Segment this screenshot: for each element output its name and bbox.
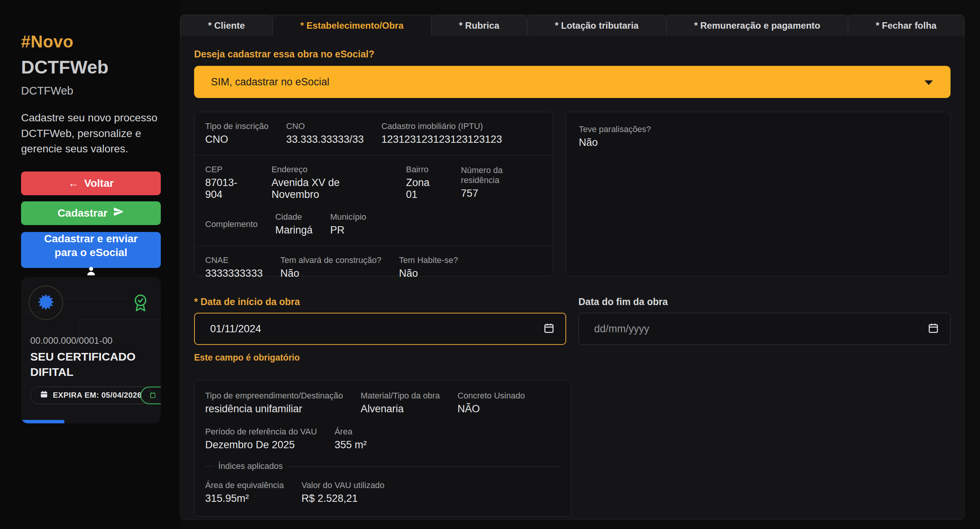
certificate-cnpj: 00.000.000/0001-00 xyxy=(30,335,113,346)
field-concreto: Concreto Usinado NÃO xyxy=(457,391,525,415)
calendar-icon[interactable] xyxy=(928,322,939,335)
cnae-section: CNAE 3333333333 Tem alvará de construção… xyxy=(194,246,553,289)
tab-bar: * Cliente * Estabelecimento/Obra * Rubri… xyxy=(180,15,964,36)
field-valor-vau: Valor do VAU utilizado R$ 2.528,21 xyxy=(301,480,384,505)
chevron-down-icon xyxy=(924,80,933,85)
certificate-ribbon-icon xyxy=(131,293,150,317)
calendar-icon[interactable] xyxy=(543,322,555,335)
inscription-section: Tipo de inscrição CNO CNO 33.333.33333/3… xyxy=(194,112,553,155)
start-date-column: * Data de início da obra Este c xyxy=(194,296,566,363)
field-endereco: Endereço Avenida XV de Novembro xyxy=(271,165,388,201)
tab-content: Deseja cadastrar essa obra no eSocial? S… xyxy=(180,36,964,517)
app-root: #Novo DCTFWeb DCTFWeb Cadastre seu novo … xyxy=(0,0,980,529)
end-date-input[interactable] xyxy=(578,313,951,345)
end-date-box xyxy=(578,313,951,345)
back-arrow-icon: ← xyxy=(68,177,79,189)
info-panels-row: Tipo de inscrição CNO CNO 33.333.33333/3… xyxy=(194,112,951,276)
start-date-input[interactable] xyxy=(194,313,566,345)
esocial-question-label: Deseja cadastrar essa obra no eSocial? xyxy=(194,49,951,60)
vau-panel: Tipo de empreendimento/Destinação residê… xyxy=(194,380,571,517)
send-icon xyxy=(113,206,124,220)
page-title: DCTFWeb xyxy=(21,57,161,78)
field-iptu: Cadastro imobiliário (IPTU) 123123123123… xyxy=(381,121,502,146)
field-periodo-vau: Período de referência do VAU Dezembro De… xyxy=(205,427,317,451)
end-date-column: Data do fim da obra xyxy=(578,296,951,363)
certificate-seal-ring xyxy=(29,286,63,320)
field-cep: CEP 87013-904 xyxy=(205,165,254,201)
field-material: Material/Tipo da obra Alvenaria xyxy=(361,391,440,415)
start-date-label: * Data de início da obra xyxy=(194,296,566,307)
certificate-progress-bar xyxy=(21,420,64,423)
tab-fechar-folha[interactable]: * Fechar folha xyxy=(848,15,964,36)
certificate-card: 00.000.000/0001-00 SEU CERTIFICADO DIFIT… xyxy=(21,277,161,423)
field-paralisacoes: Teve paralisações? Não xyxy=(579,124,937,149)
register-button-label: Cadastrar xyxy=(57,207,108,219)
register-esocial-label: Cadastrar e enviar para o eSocial xyxy=(33,232,149,260)
esocial-select-value: SIM, cadastrar no eSocial xyxy=(211,76,329,88)
brand-badge: #Novo xyxy=(21,32,161,51)
field-tipo-inscricao: Tipo de inscrição CNO xyxy=(205,121,268,146)
certificate-seal-icon xyxy=(37,293,55,312)
end-date-label: Data do fim da obra xyxy=(578,296,951,307)
legend-line xyxy=(287,466,560,467)
field-numero: Número da residência 757 xyxy=(461,165,542,201)
esocial-select[interactable]: SIM, cadastrar no eSocial xyxy=(194,66,951,98)
field-complemento: Complemento xyxy=(205,212,258,237)
field-cidade: Cidade Maringá xyxy=(275,212,313,237)
main-card: * Cliente * Estabelecimento/Obra * Rubri… xyxy=(180,15,965,520)
certificate-name: SEU CERTIFICADO DIFITAL xyxy=(30,349,137,380)
tab-estabelecimento-obra[interactable]: * Estabelecimento/Obra xyxy=(273,15,431,36)
tab-lotacao-tributaria[interactable]: * Lotação tributaria xyxy=(527,15,666,36)
page-description: Cadastre seu novo processo DCTFWeb, pers… xyxy=(21,110,161,157)
start-date-box xyxy=(194,313,566,345)
register-button[interactable]: Cadastrar xyxy=(21,201,161,225)
field-area: Área 355 m² xyxy=(335,427,367,451)
start-date-error: Este campo é obrigatório xyxy=(194,353,566,363)
field-alvara: Tem alvará de construção? Não xyxy=(280,255,381,280)
indices-legend: Índices aplicados xyxy=(205,461,560,471)
field-bairro: Bairro Zona 01 xyxy=(406,165,444,201)
certificate-expiry-label: EXPIRA EM: 05/04/2026 xyxy=(53,391,142,400)
paralisacoes-panel: Teve paralisações? Não xyxy=(565,112,951,276)
page-subtitle: DCTFWeb xyxy=(21,85,161,97)
certificate-expiry-badge: EXPIRA EM: 05/04/2026 xyxy=(30,387,151,404)
dates-row: * Data de início da obra Este c xyxy=(194,296,951,363)
obra-info-panel: Tipo de inscrição CNO CNO 33.333.33333/3… xyxy=(194,112,553,276)
back-button[interactable]: ← Voltar xyxy=(21,171,161,195)
back-button-label: Voltar xyxy=(84,177,114,189)
tab-cliente[interactable]: * Cliente xyxy=(180,15,273,36)
tab-rubrica[interactable]: * Rubrica xyxy=(431,15,527,36)
field-municipio: Município PR xyxy=(330,212,366,237)
certificate-extra-badge xyxy=(140,387,161,404)
sidebar: #Novo DCTFWeb DCTFWeb Cadastre seu novo … xyxy=(0,0,180,529)
address-section: CEP 87013-904 Endereço Avenida XV de Nov… xyxy=(194,155,553,246)
field-cno: CNO 33.333.33333/33 xyxy=(286,121,364,146)
legend-line xyxy=(205,466,214,467)
register-esocial-button[interactable]: Cadastrar e enviar para o eSocial xyxy=(21,232,161,268)
decorative-line xyxy=(63,298,128,299)
field-area-equivalencia: Área de equivalência 315.95m² xyxy=(205,480,284,505)
field-habitese: Tem Habite-se? Não xyxy=(399,255,458,280)
field-cnae: CNAE 3333333333 xyxy=(205,255,263,280)
field-empreendimento: Tipo de empreendimento/Destinação residê… xyxy=(205,391,343,415)
calendar-icon xyxy=(40,390,48,400)
tab-remuneracao-pagamento[interactable]: * Remuneração e pagamento xyxy=(666,15,848,36)
